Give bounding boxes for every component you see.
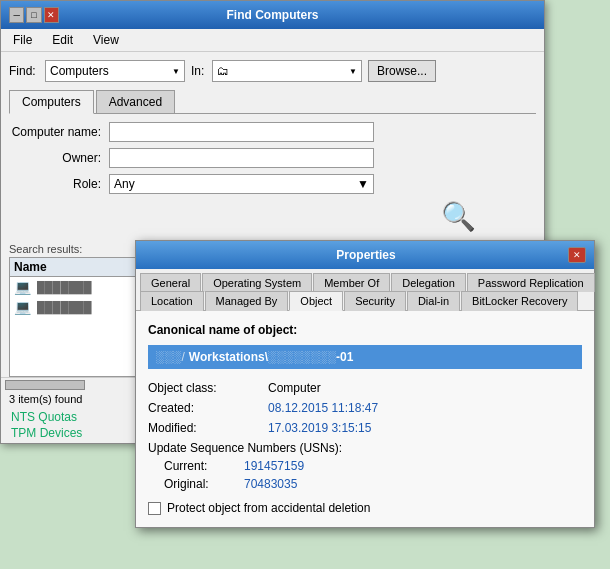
protect-checkbox[interactable] xyxy=(148,502,161,515)
props-tab-row-2: Location Managed By Object Security Dial… xyxy=(140,291,590,311)
owner-label: Owner: xyxy=(9,151,109,165)
in-dropdown[interactable]: 🗂 ▼ xyxy=(212,60,362,82)
created-row: Created: 08.12.2015 11:18:47 xyxy=(148,401,582,415)
find-window-titlebar: ─ □ ✕ Find Computers xyxy=(1,1,544,29)
menu-edit[interactable]: Edit xyxy=(48,31,77,49)
folder-icon: 🗂 xyxy=(217,64,229,78)
chevron-down-icon-in: ▼ xyxy=(349,67,357,76)
role-dropdown[interactable]: Any ▼ xyxy=(109,174,374,194)
computer-icon: 💻 xyxy=(14,279,31,295)
tab-operating-system[interactable]: Operating System xyxy=(202,273,312,292)
tab-managed-by[interactable]: Managed By xyxy=(205,291,289,311)
result-name-2: ███████ xyxy=(37,301,92,313)
browse-button[interactable]: Browse... xyxy=(368,60,436,82)
object-class-row: Object class: Computer xyxy=(148,381,582,395)
maximize-button[interactable]: □ xyxy=(26,7,41,23)
role-label: Role: xyxy=(9,177,109,191)
created-value: 08.12.2015 11:18:47 xyxy=(268,401,582,415)
modified-row: Modified: 17.03.2019 3:15:15 xyxy=(148,421,582,435)
props-tabs: General Operating System Member Of Deleg… xyxy=(136,269,594,311)
usn-label: Update Sequence Numbers (USNs): xyxy=(148,441,582,455)
computer-name-input[interactable] xyxy=(109,122,374,142)
minimize-button[interactable]: ─ xyxy=(9,7,24,23)
canonical-value-box: ░░░/Workstations\░░░░░░░░-01 xyxy=(148,345,582,369)
find-row: Find: Computers ▼ In: 🗂 ▼ Browse... xyxy=(9,60,536,82)
menu-bar: File Edit View xyxy=(1,29,544,52)
tab-object[interactable]: Object xyxy=(289,291,343,311)
menu-view[interactable]: View xyxy=(89,31,123,49)
find-dropdown[interactable]: Computers ▼ xyxy=(45,60,185,82)
computer-name-row: Computer name: xyxy=(9,122,536,142)
computer-name-label: Computer name: xyxy=(9,125,109,139)
find-dropdown-value: Computers xyxy=(50,64,109,78)
protect-checkbox-row: Protect object from accidental deletion xyxy=(148,501,582,515)
owner-row: Owner: xyxy=(9,148,536,168)
canonical-value: ░░░/Workstations\░░░░░░░░-01 xyxy=(156,350,353,364)
window-title: Find Computers xyxy=(59,8,486,22)
usn-original-label: Original: xyxy=(164,477,244,491)
find-content: Find: Computers ▼ In: 🗂 ▼ Browse... Comp… xyxy=(1,52,544,241)
props-content: Canonical name of object: ░░░/Workstatio… xyxy=(136,310,594,527)
usn-section: Update Sequence Numbers (USNs): Current:… xyxy=(148,441,582,491)
in-label: In: xyxy=(191,64,206,78)
role-value: Any xyxy=(114,177,135,191)
usn-current-label: Current: xyxy=(164,459,244,473)
usn-original-row: Original: 70483035 xyxy=(164,477,582,491)
computers-tabs: Computers Advanced xyxy=(9,90,536,114)
close-button[interactable]: ✕ xyxy=(44,7,59,23)
tab-computers[interactable]: Computers xyxy=(9,90,94,114)
tab-password-replication[interactable]: Password Replication xyxy=(467,273,595,292)
tab-member-of[interactable]: Member Of xyxy=(313,273,390,292)
chevron-down-icon: ▼ xyxy=(172,67,180,76)
search-icon-area: 🔍 xyxy=(9,200,536,233)
menu-file[interactable]: File xyxy=(9,31,36,49)
tab-security[interactable]: Security xyxy=(344,291,406,311)
props-titlebar: Properties ✕ xyxy=(136,241,594,269)
tab-bitlocker-recovery[interactable]: BitLocker Recovery xyxy=(461,291,578,311)
role-row: Role: Any ▼ xyxy=(9,174,536,194)
object-class-value: Computer xyxy=(268,381,582,395)
canonical-label: Canonical name of object: xyxy=(148,323,582,337)
scroll-thumb[interactable] xyxy=(5,380,85,390)
properties-window: Properties ✕ General Operating System Me… xyxy=(135,240,595,528)
result-name-1: ███████ xyxy=(37,281,92,293)
owner-input[interactable] xyxy=(109,148,374,168)
find-label: Find: xyxy=(9,64,39,78)
modified-value: 17.03.2019 3:15:15 xyxy=(268,421,582,435)
object-class-label: Object class: xyxy=(148,381,268,395)
usn-current-value: 191457159 xyxy=(244,459,304,473)
usn-current-row: Current: 191457159 xyxy=(164,459,582,473)
usn-original-value: 70483035 xyxy=(244,477,297,491)
tab-delegation[interactable]: Delegation xyxy=(391,273,466,292)
computer-icon: 💻 xyxy=(14,299,31,315)
chevron-down-role-icon: ▼ xyxy=(357,177,369,191)
props-window-title: Properties xyxy=(164,248,568,262)
props-close-button[interactable]: ✕ xyxy=(568,247,586,263)
created-label: Created: xyxy=(148,401,268,415)
props-tab-row-1: General Operating System Member Of Deleg… xyxy=(140,273,590,292)
magnifier-icon: 🔍 xyxy=(441,200,476,233)
tab-advanced[interactable]: Advanced xyxy=(96,90,175,113)
tab-general[interactable]: General xyxy=(140,273,201,292)
tab-location[interactable]: Location xyxy=(140,291,204,311)
protect-label: Protect object from accidental deletion xyxy=(167,501,370,515)
tab-dial-in[interactable]: Dial-in xyxy=(407,291,460,311)
modified-label: Modified: xyxy=(148,421,268,435)
